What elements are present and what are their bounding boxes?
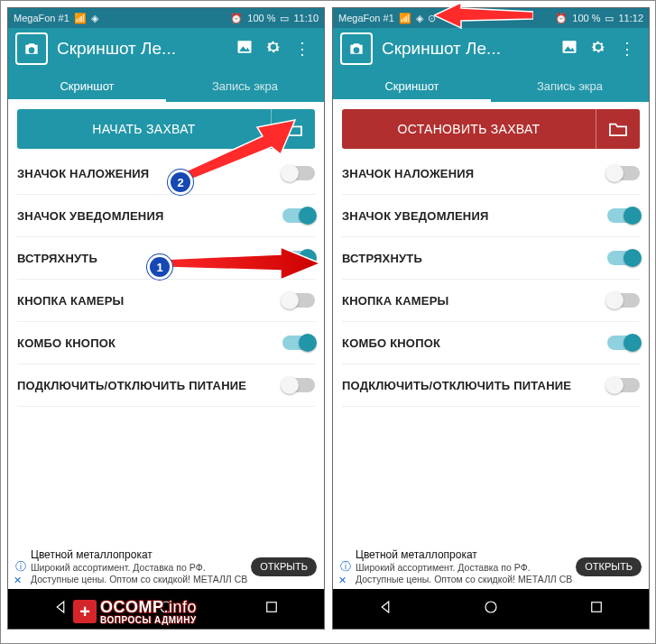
alarm-icon: ⏰ (230, 14, 243, 23)
ad-body: Широкий ассортимент. Доставка по РФ. Дос… (356, 562, 576, 585)
wifi-icon: ◈ (416, 14, 423, 23)
nav-home-button[interactable] (483, 599, 499, 619)
ad-info-icon: ⓘ (15, 560, 26, 574)
nav-recent-button[interactable] (588, 599, 605, 619)
setting-toggle[interactable] (282, 293, 315, 308)
stop-capture-button[interactable]: ОСТАНОВИТЬ ЗАХВАТ (342, 109, 640, 149)
status-bar: MegaFon #1 📶 ◈ ⊙ ⏰ 100 % ▭ 11:12 (333, 8, 649, 28)
overflow-button[interactable]: ⋮ (613, 39, 642, 59)
nav-home-button[interactable] (158, 599, 174, 619)
tab-screenshot[interactable]: Скриншот (333, 69, 491, 102)
setting-toggle[interactable] (282, 166, 315, 180)
signal-icon: 📶 (74, 14, 87, 23)
clock-label: 11:10 (293, 13, 319, 23)
annotation-badge-1: 1 (147, 254, 172, 280)
app-bar: Скриншот Ле... ⋮ (333, 28, 649, 69)
app-logo-icon (340, 32, 373, 65)
status-bar: MegaFon #1 📶 ◈ ⏰ 100 % ▭ 11:10 (8, 8, 324, 28)
setting-toggle[interactable] (607, 378, 640, 392)
setting-toggle[interactable] (607, 336, 640, 350)
ad-banner[interactable]: ⓘ ✕ Цветной металлопрокат Широкий ассорт… (333, 545, 649, 589)
setting-toggle[interactable] (607, 166, 640, 180)
ad-info-icon: ⓘ (340, 560, 351, 574)
svg-rect-7 (591, 603, 601, 612)
carrier-label: MegaFon #1 (14, 13, 69, 23)
battery-icon: ▭ (605, 14, 614, 23)
nav-bar (8, 589, 324, 629)
setting-row: КНОПКА КАМЕРЫ (17, 280, 315, 322)
setting-label: ЗНАЧОК УВЕДОМЛЕНИЯ (17, 209, 282, 223)
battery-icon: ▭ (280, 14, 289, 23)
setting-toggle[interactable] (607, 293, 640, 308)
ad-open-button[interactable]: ОТКРЫТЬ (251, 557, 317, 577)
alarm-icon: ⏰ (555, 14, 568, 23)
setting-row: ЗНАЧОК УВЕДОМЛЕНИЯ (17, 195, 315, 237)
nav-recent-button[interactable] (263, 599, 280, 619)
tab-screenshot[interactable]: Скриншот (8, 69, 166, 102)
setting-label: ВСТРЯХНУТЬ (342, 252, 607, 265)
phone-right: MegaFon #1 📶 ◈ ⊙ ⏰ 100 % ▭ 11:12 Скриншо… (332, 7, 650, 630)
setting-label: КНОПКА КАМЕРЫ (17, 294, 282, 308)
setting-label: ЗНАЧОК НАЛОЖЕНИЯ (17, 167, 282, 180)
ad-close-icon[interactable]: ✕ (14, 575, 22, 587)
setting-label: КОМБО КНОПОК (342, 336, 607, 350)
nav-back-button[interactable] (52, 599, 69, 619)
setting-label: КНОПКА КАМЕРЫ (342, 294, 607, 308)
app-bar: Скриншот Ле... ⋮ (8, 28, 324, 69)
settings-button[interactable] (259, 38, 288, 60)
wifi-icon: ◈ (91, 14, 98, 23)
setting-row: ВСТРЯХНУТЬ (342, 237, 640, 280)
folder-button[interactable] (271, 109, 315, 149)
gallery-button[interactable] (230, 38, 259, 60)
setting-row: ЗНАЧОК НАЛОЖЕНИЯ (17, 152, 315, 195)
setting-toggle[interactable] (282, 336, 315, 350)
nav-bar (333, 589, 649, 629)
app-logo-icon (15, 32, 48, 65)
overflow-button[interactable]: ⋮ (288, 39, 317, 59)
setting-row: ЗНАЧОК НАЛОЖЕНИЯ (342, 152, 640, 195)
setting-toggle[interactable] (607, 208, 640, 223)
carrier-label: MegaFon #1 (338, 13, 394, 23)
ad-close-icon[interactable]: ✕ (338, 575, 346, 587)
start-capture-button[interactable]: НАЧАТЬ ЗАХВАТ (17, 109, 315, 149)
folder-button[interactable] (596, 109, 640, 149)
capture-indicator-icon: ⊙ (428, 14, 436, 23)
setting-row: КОМБО КНОПОК (342, 322, 640, 364)
app-title: Скриншот Ле... (382, 39, 555, 59)
ad-banner[interactable]: ⓘ ✕ Цветной металлопрокат Широкий ассорт… (8, 545, 324, 589)
nav-back-button[interactable] (377, 599, 393, 619)
setting-row: ПОДКЛЮЧИТЬ/ОТКЛЮЧИТЬ ПИТАНИЕ (342, 364, 640, 407)
setting-toggle[interactable] (282, 208, 315, 223)
tab-bar: Скриншот Запись экра (333, 69, 649, 102)
stop-capture-label: ОСТАНОВИТЬ ЗАХВАТ (342, 122, 596, 136)
setting-toggle[interactable] (282, 378, 315, 392)
setting-row: КНОПКА КАМЕРЫ (342, 280, 640, 322)
setting-label: КОМБО КНОПОК (17, 336, 282, 350)
ad-open-button[interactable]: ОТКРЫТЬ (576, 557, 642, 577)
annotation-badge-2: 2 (168, 170, 193, 195)
setting-row: КОМБО КНОПОК (17, 322, 315, 364)
setting-label: ЗНАЧОК УВЕДОМЛЕНИЯ (342, 209, 607, 223)
battery-label: 100 % (247, 13, 275, 23)
ad-title: Цветной металлопрокат (31, 548, 251, 562)
setting-toggle[interactable] (282, 251, 315, 265)
phone-left: MegaFon #1 📶 ◈ ⏰ 100 % ▭ 11:10 Скриншот … (7, 7, 325, 630)
setting-row: ПОДКЛЮЧИТЬ/ОТКЛЮЧИТЬ ПИТАНИЕ (17, 364, 315, 407)
ad-title: Цветной металлопрокат (356, 548, 576, 562)
tab-record[interactable]: Запись экра (166, 69, 324, 102)
setting-label: ПОДКЛЮЧИТЬ/ОТКЛЮЧИТЬ ПИТАНИЕ (342, 379, 607, 392)
svg-rect-3 (266, 603, 276, 612)
gallery-button[interactable] (555, 38, 584, 60)
settings-button[interactable] (584, 38, 613, 60)
app-title: Скриншот Ле... (57, 39, 230, 59)
clock-label: 11:12 (618, 13, 643, 23)
tab-record[interactable]: Запись экра (491, 69, 649, 102)
svg-point-2 (161, 602, 171, 612)
tab-bar: Скриншот Запись экра (8, 69, 324, 102)
signal-icon: 📶 (399, 14, 411, 23)
start-capture-label: НАЧАТЬ ЗАХВАТ (17, 122, 271, 136)
setting-toggle[interactable] (607, 251, 640, 265)
setting-label: ЗНАЧОК НАЛОЖЕНИЯ (342, 167, 607, 180)
battery-label: 100 % (572, 13, 600, 23)
svg-point-6 (485, 602, 496, 612)
